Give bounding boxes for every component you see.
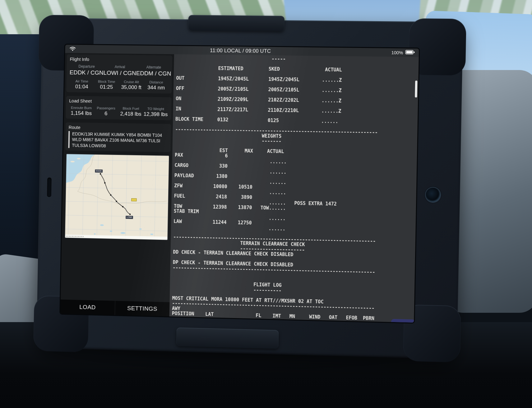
field-label: Departure (70, 64, 104, 69)
field-label: TO Weight (143, 107, 168, 111)
settings-button[interactable]: SETTINGS (115, 301, 169, 317)
field-label: Block Time (94, 80, 119, 84)
field-value: EDDM / CGN (136, 70, 171, 77)
field-value: 01:04 (69, 83, 94, 90)
field-value: EDDK / CGN (70, 69, 104, 76)
battery-percent: 100% (391, 50, 403, 55)
field-value: 2,418 lbs (118, 111, 143, 117)
mount-clip-top (188, 15, 285, 31)
route-text: EDDK/13R KUMI6E KUMIK Y854 BOMBI T104 WL… (68, 131, 168, 150)
field-label: Cruise Alt (119, 80, 144, 84)
efb-screen: 11:00 LOCAL / 09:00 UTC 100% Flight Info (60, 45, 419, 322)
scrollbar-thumb[interactable] (415, 81, 417, 98)
field-enroute-burn: Enroute Burn 1,154 lbs (69, 106, 94, 117)
field-label: Passengers (94, 106, 118, 110)
route-panel: Route EDDK/13R KUMI6E KUMIK Y854 BOMBI T… (65, 122, 171, 152)
bottom-right-button[interactable] (391, 319, 415, 323)
field-label: Alternate (136, 65, 171, 70)
field-label: Distance (144, 80, 169, 84)
ofp-text: ----- ESTIMATED SKED ACTUAL OUT 1945Z/20… (169, 54, 419, 322)
map-borders (77, 154, 168, 205)
map-canvas (65, 154, 169, 240)
field-alternate: Alternate EDDM / CGN (136, 65, 171, 77)
mount-clip-bottom (176, 327, 279, 349)
field-value: 6 (94, 110, 118, 117)
field-air-time: Air Time 01:04 (69, 79, 94, 90)
field-cruise-alt: Cruise Alt 35,000 ft (119, 80, 144, 91)
ofp-scroll-area[interactable]: ----- ESTIMATED SKED ACTUAL OUT 1945Z/20… (169, 54, 419, 322)
route-map[interactable]: EDDK LOWI (65, 154, 169, 240)
map-waypoint-tag (131, 198, 137, 201)
load-sheet-panel: Load Sheet Enroute Burn 1,154 lbs Passen… (66, 96, 171, 120)
map-label-departure: EDDK (95, 170, 103, 173)
left-sidebar: Flight Info Departure EDDK / CGN Arrival… (60, 53, 174, 316)
field-label: Arrival (104, 64, 136, 69)
field-block-fuel: Block Fuel 2,418 lbs (118, 106, 143, 117)
sidebar-footer: LOAD SETTINGS (60, 299, 169, 316)
speaker-slot (47, 177, 52, 197)
field-label: Block Fuel (118, 106, 143, 110)
field-arrival: Arrival LOWI / CGN (104, 64, 136, 77)
field-value: LOWI / CGN (104, 69, 136, 77)
field-value: 344 nm (144, 85, 169, 91)
panel-title: Flight Info (70, 57, 169, 63)
field-label: Enroute Burn (69, 106, 94, 110)
field-label: Air Time (69, 79, 94, 83)
load-button[interactable]: LOAD (60, 299, 115, 315)
field-passengers: Passengers 6 (94, 106, 118, 117)
map-route (99, 173, 132, 215)
field-departure: Departure EDDK / CGN (70, 64, 104, 76)
panel-title: Route (69, 125, 168, 131)
field-value: 01:25 (94, 84, 119, 91)
flight-info-panel: Flight Info Departure EDDK / CGN Arrival… (66, 54, 172, 93)
field-value: 12,398 lbs (143, 111, 168, 118)
field-to-weight: TO Weight 12,398 lbs (143, 107, 168, 118)
map-label-arrival: LOWI (126, 216, 133, 219)
field-value: 1,154 lbs (69, 110, 94, 117)
panel-title: Load Sheet (69, 98, 168, 105)
efb-tablet: 11:00 LOCAL / 09:00 UTC 100% Flight Info (36, 18, 463, 359)
field-distance: Distance 344 nm (144, 80, 169, 91)
field-value: 35,000 ft (119, 84, 144, 91)
battery-icon (405, 50, 415, 56)
field-block-time: Block Time 01:25 (94, 80, 119, 91)
